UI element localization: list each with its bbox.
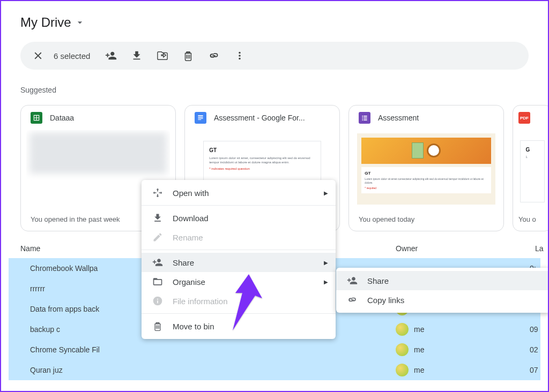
file-owner: me: [396, 364, 530, 376]
submenu-share[interactable]: Share: [336, 271, 549, 290]
suggested-heading: Suggested: [20, 86, 548, 94]
menu-download[interactable]: Download: [142, 208, 336, 228]
share-button[interactable]: [101, 46, 121, 66]
file-last: 09: [530, 325, 538, 334]
sheets-icon: [31, 112, 42, 124]
menu-open-with[interactable]: Open with ▶: [142, 183, 336, 202]
dropdown-icon: [75, 17, 85, 28]
more-button[interactable]: [229, 46, 250, 66]
rename-icon: [152, 232, 163, 243]
link-icon: [347, 295, 358, 305]
trash-icon: [152, 321, 163, 331]
avatar: [396, 323, 409, 336]
person-add-icon: [347, 275, 358, 286]
menu-file-info: File information: [142, 291, 336, 311]
submenu-copy-links[interactable]: Copy links: [336, 290, 549, 310]
avatar: [396, 364, 409, 376]
submenu-arrow-icon: ▶: [324, 190, 328, 196]
trash-icon: [182, 50, 194, 62]
open-with-icon: [152, 187, 163, 198]
card-footer: You o: [513, 208, 548, 231]
column-last-modified[interactable]: La: [535, 244, 544, 253]
file-owner: me: [396, 343, 530, 356]
breadcrumb-title: My Drive: [20, 15, 71, 30]
selection-toolbar: 6 selected: [20, 42, 529, 70]
submenu-arrow-icon: ▶: [324, 260, 328, 266]
column-owner[interactable]: Owner: [396, 244, 535, 253]
person-add-icon: [105, 50, 117, 62]
file-owner: me: [396, 323, 530, 336]
file-last: 07: [530, 366, 538, 374]
menu-organise[interactable]: Organise ▶: [142, 272, 336, 291]
forms-icon: [359, 112, 370, 124]
submenu-arrow-icon: ▶: [324, 279, 328, 285]
context-menu: Open with ▶ Download Rename Share ▶ Orga…: [142, 180, 336, 339]
download-icon: [131, 50, 143, 62]
get-link-button[interactable]: [204, 46, 224, 66]
breadcrumb[interactable]: My Drive: [1, 1, 548, 30]
more-vert-icon: [234, 50, 246, 62]
download-button[interactable]: [127, 46, 147, 66]
docs-icon: [195, 112, 206, 124]
file-last: 02: [530, 345, 538, 354]
delete-button[interactable]: [178, 46, 198, 66]
card-title: Assessment - Google For...: [214, 114, 305, 122]
clear-selection-button[interactable]: [28, 46, 48, 66]
suggested-card[interactable]: Assessment GTLorem ipsum dolor sit amet …: [348, 105, 504, 231]
suggested-card[interactable]: PDF G1. You o: [513, 105, 548, 231]
file-name: Chrome Syncable Fil: [30, 345, 396, 354]
move-to-folder-icon: [157, 50, 168, 62]
file-name: Quran juz: [30, 366, 396, 374]
download-icon: [152, 213, 163, 223]
preview-thumbnail: G1.: [520, 140, 545, 202]
menu-move-to-bin[interactable]: Move to bin: [142, 316, 336, 336]
selection-count: 6 selected: [54, 51, 90, 61]
menu-rename: Rename: [142, 228, 336, 247]
pdf-icon: PDF: [518, 112, 530, 124]
close-icon: [32, 50, 44, 62]
link-icon: [208, 50, 220, 62]
avatar: [396, 343, 409, 356]
folder-open-icon: [152, 276, 163, 287]
table-row[interactable]: Chrome Syncable Fil me 02: [9, 340, 540, 360]
card-title: Dataaa: [50, 114, 74, 122]
person-add-icon: [152, 257, 163, 268]
card-title: Assessment: [378, 114, 419, 122]
move-button[interactable]: [152, 46, 173, 66]
card-footer: You opened today: [349, 208, 503, 231]
share-submenu: Share Copy links: [336, 268, 549, 313]
info-icon: [152, 296, 163, 306]
preview-thumbnail: GTLorem ipsum dolor sit amet consectetur…: [357, 133, 495, 205]
menu-share[interactable]: Share ▶: [142, 253, 336, 272]
table-row[interactable]: Quran juz me 07: [9, 360, 540, 380]
